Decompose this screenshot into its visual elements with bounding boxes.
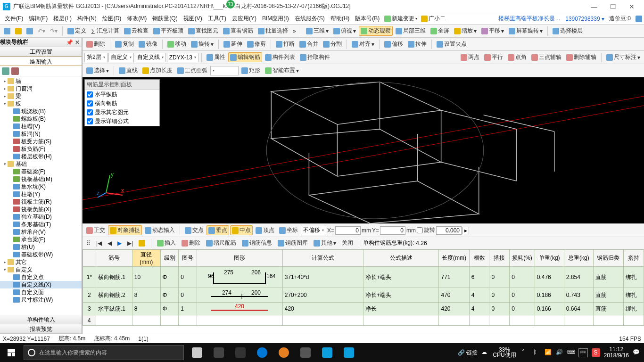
col-header[interactable]: 计算公式 bbox=[282, 250, 363, 267]
tree-node[interactable]: 桩承台(V) bbox=[0, 228, 82, 236]
delete-button[interactable]: 删除 bbox=[84, 39, 107, 49]
line-tool-button[interactable]: 直线 bbox=[117, 66, 140, 75]
view-rebar-button[interactable]: 查看钢筋 bbox=[221, 26, 255, 36]
col-header[interactable]: 直径(mm) bbox=[132, 250, 160, 267]
rect-tool-button[interactable]: 矩形 bbox=[239, 66, 262, 75]
floor-selector[interactable]: 第2层 bbox=[84, 53, 107, 62]
screen-rotate-button[interactable]: 屏幕旋转▾ bbox=[507, 26, 545, 36]
col-header[interactable]: 图号 bbox=[179, 250, 197, 267]
close-table-button[interactable]: 关闭 bbox=[340, 238, 355, 248]
tree-node[interactable]: 现浇板(B) bbox=[0, 107, 82, 115]
menu-component[interactable]: 构件(N) bbox=[74, 14, 99, 24]
stretch-button[interactable]: 拉伸 bbox=[406, 39, 429, 49]
tree-node[interactable]: ▾自定义 bbox=[0, 266, 82, 273]
redo-button[interactable]: ↷▾ bbox=[48, 27, 59, 35]
cb-show-formula[interactable] bbox=[87, 118, 93, 124]
extend-button[interactable]: 延伸 bbox=[222, 39, 244, 49]
tree-node[interactable]: 螺旋板(B) bbox=[0, 115, 82, 123]
col-header[interactable]: 图形 bbox=[197, 250, 282, 267]
tree-node[interactable]: 基础板带(W) bbox=[0, 251, 82, 258]
close-panel-icon[interactable]: ✕ bbox=[75, 39, 80, 46]
menu-modify[interactable]: 修改(M) bbox=[124, 14, 149, 24]
credits-label[interactable]: 造价豆:0 bbox=[609, 15, 631, 23]
ortho-toggle[interactable]: 正交 bbox=[84, 225, 107, 235]
tree-node[interactable]: 柱帽(V) bbox=[0, 123, 82, 130]
dyn-input-toggle[interactable]: 动态输入 bbox=[143, 225, 177, 235]
action-center-icon[interactable]: 💬 bbox=[633, 349, 640, 356]
tab-single-input[interactable]: 单构件输入 bbox=[0, 315, 82, 324]
point-length-button[interactable]: 点加长度 bbox=[140, 66, 174, 75]
tray-cloud-icon[interactable]: ☁ bbox=[481, 349, 489, 356]
cb-show-other[interactable] bbox=[87, 109, 93, 115]
tree-node[interactable]: 自定义点 bbox=[0, 273, 82, 281]
tree-node[interactable]: 筏板基础(M) bbox=[0, 175, 82, 183]
menu-file[interactable]: 文件(F) bbox=[2, 14, 26, 24]
vertex-snap[interactable]: 顶点 bbox=[254, 225, 276, 235]
table-row[interactable]: 3水平纵筋.18Φ1420420净长4204000.1660.664直筋绑扎 bbox=[83, 303, 644, 315]
batch-select-button[interactable]: 批量选择 bbox=[256, 26, 290, 36]
tree-node[interactable]: 基础梁(F) bbox=[0, 168, 82, 175]
save-button[interactable] bbox=[25, 27, 35, 35]
rotate-step-button[interactable]: ▸ bbox=[462, 227, 469, 234]
tab-draw-input[interactable]: 绘图输入 bbox=[0, 57, 82, 66]
open-button[interactable] bbox=[13, 27, 24, 35]
tree-node[interactable]: 自定义线(X) bbox=[0, 281, 82, 288]
edge-icon[interactable] bbox=[252, 343, 272, 362]
menu-floor[interactable]: 楼层(L) bbox=[50, 14, 74, 24]
three-d-button[interactable]: 三维▾ bbox=[304, 26, 330, 36]
rebar-table[interactable]: 筋号直径(mm)级别图号图形计算公式公式描述长度(mm)根数搭接损耗(%)单重(… bbox=[83, 249, 644, 326]
col-header[interactable]: 搭持 bbox=[624, 250, 644, 267]
tray-link-icon[interactable]: 🔗 链接 bbox=[458, 349, 478, 357]
aerial-button[interactable]: 俯视▾ bbox=[331, 26, 358, 36]
insert-row-button[interactable]: 插入 bbox=[155, 238, 178, 248]
tree-node[interactable]: 独立基础(D) bbox=[0, 213, 82, 221]
tree-node[interactable]: 板洞(N) bbox=[0, 130, 82, 138]
two-point-button[interactable]: 两点 bbox=[459, 52, 481, 62]
delete-row-button[interactable]: 删除 bbox=[180, 238, 202, 248]
tree-node[interactable]: 自定义面 bbox=[0, 288, 82, 296]
user-button[interactable]: 广小二 bbox=[419, 14, 447, 24]
y-field[interactable] bbox=[380, 226, 405, 235]
tree-node[interactable]: ▾基础 bbox=[0, 160, 82, 168]
col-header[interactable]: 根数 bbox=[469, 250, 489, 267]
tree-node[interactable]: ▸梁 bbox=[0, 92, 82, 100]
category-selector[interactable]: 自定义 bbox=[108, 53, 134, 62]
zoom-button[interactable]: 缩放▾ bbox=[452, 26, 479, 36]
nav-last-button[interactable]: ▶| bbox=[125, 239, 135, 247]
tree-node[interactable]: 承台梁(F) bbox=[0, 236, 82, 243]
pan-button[interactable]: 平移▾ bbox=[479, 26, 506, 36]
grip-icon[interactable]: ⠿ bbox=[84, 239, 92, 247]
nav-prev-button[interactable]: ◀ bbox=[106, 239, 114, 247]
fullscreen-button[interactable]: 全屏 bbox=[429, 26, 451, 36]
x-field[interactable] bbox=[335, 226, 361, 235]
cb-transverse-rebar[interactable] bbox=[87, 100, 93, 107]
col-header[interactable]: 筋号 bbox=[96, 250, 132, 267]
rotate-checkbox[interactable] bbox=[417, 227, 423, 233]
chevron-up-icon[interactable]: ˄ bbox=[522, 349, 529, 356]
three-point-aux-button[interactable]: 三点辅轴 bbox=[529, 52, 563, 62]
smart-layout-button[interactable]: 智能布置▾ bbox=[263, 66, 301, 75]
cpu-meter[interactable]: 33%CPU使用 bbox=[493, 347, 516, 358]
sum-calc-button[interactable]: ∑ 汇总计算 bbox=[89, 26, 121, 36]
menu-help[interactable]: 帮助(H) bbox=[328, 14, 353, 24]
arc3-button[interactable]: 三点画弧 bbox=[175, 66, 209, 75]
break-button[interactable]: 打断 bbox=[274, 39, 297, 49]
select-floor-button[interactable]: 选择楼层 bbox=[551, 26, 585, 36]
ime-brand-icon[interactable]: S bbox=[592, 348, 600, 357]
copy-button[interactable]: 复制 bbox=[113, 39, 136, 49]
trim-button[interactable]: 修剪 bbox=[245, 39, 268, 49]
delete-aux-button[interactable]: 删除辅轴 bbox=[564, 52, 598, 62]
intersection-snap[interactable]: 交点 bbox=[183, 225, 206, 235]
start-button[interactable] bbox=[0, 343, 23, 362]
tree-node[interactable]: ▸墙 bbox=[0, 77, 82, 85]
col-header[interactable] bbox=[83, 250, 96, 267]
marquee-text[interactable]: 楼梯里高端平板净长是… bbox=[498, 15, 561, 23]
cb-horizontal-rebar[interactable] bbox=[87, 91, 93, 98]
menu-draw[interactable]: 绘图(D) bbox=[99, 14, 124, 24]
table-row[interactable]: 1*横向钢筋.110Φ096275206164371+40*d净长+端头7716… bbox=[83, 267, 644, 288]
menu-online[interactable]: 在线服务(S) bbox=[292, 14, 328, 24]
offset-button[interactable]: 偏移 bbox=[382, 39, 405, 49]
table-row[interactable]: 4 bbox=[83, 315, 644, 326]
collapse-tool-icon[interactable] bbox=[11, 67, 19, 75]
point-angle-button[interactable]: 点角 bbox=[506, 52, 528, 62]
